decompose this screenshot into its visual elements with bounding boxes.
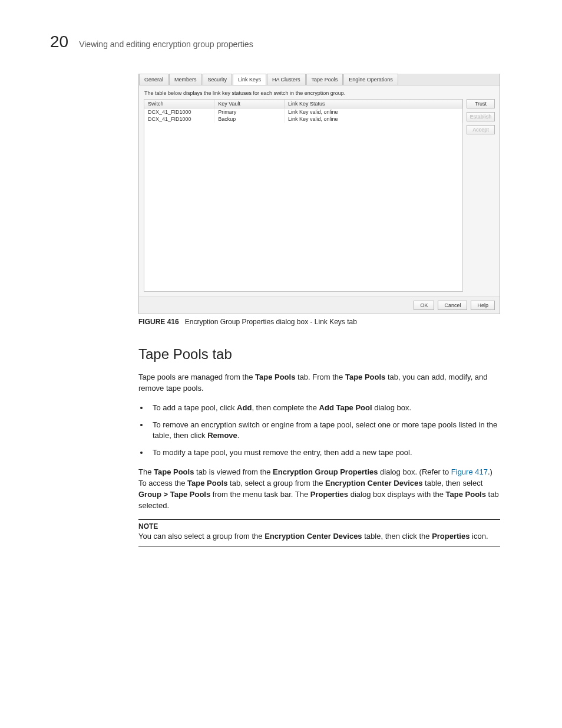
tab-ha-clusters[interactable]: HA Clusters <box>267 74 306 85</box>
help-button[interactable]: Help <box>471 301 495 310</box>
access-paragraph: The Tape Pools tab is viewed from the En… <box>138 467 500 511</box>
page-number: 20 <box>50 32 68 51</box>
cell-switch: DCX_41_FID1000 <box>144 108 214 116</box>
tab-tape-pools[interactable]: Tape Pools <box>306 74 343 85</box>
encryption-group-properties-dialog: General Members Security Link Keys HA Cl… <box>138 74 500 314</box>
ok-button[interactable]: OK <box>414 301 434 310</box>
accept-button[interactable]: Accept <box>467 125 495 134</box>
note-text: You can also select a group from the Enc… <box>138 531 500 542</box>
figure-caption: FIGURE 416 Encryption Group Properties d… <box>138 318 500 326</box>
bullet-list: To add a tape pool, click Add, then comp… <box>138 403 500 459</box>
running-title: Viewing and editing encryption group pro… <box>79 39 253 49</box>
tab-link-keys[interactable]: Link Keys <box>233 74 266 85</box>
tab-general[interactable]: General <box>139 74 168 85</box>
cell-link-key-status: Link Key valid, online <box>284 116 462 123</box>
column-header-key-vault[interactable]: Key Vault <box>214 100 285 108</box>
list-item: To remove an encryption switch or engine… <box>149 420 500 442</box>
cell-switch: DCX_41_FID1000 <box>144 116 214 123</box>
list-item: To add a tape pool, click Add, then comp… <box>149 403 500 414</box>
figure-417-link[interactable]: Figure 417 <box>451 467 488 476</box>
tab-members[interactable]: Members <box>169 74 202 85</box>
tab-security[interactable]: Security <box>203 74 233 85</box>
note-label: NOTE <box>138 522 500 531</box>
cancel-button[interactable]: Cancel <box>438 301 467 310</box>
figure-label: FIGURE 416 <box>138 318 179 326</box>
figure-caption-text: Encryption Group Properties dialog box -… <box>185 318 357 326</box>
trust-button[interactable]: Trust <box>467 99 495 108</box>
table-row[interactable]: DCX_41_FID1000 Backup Link Key valid, on… <box>144 116 462 123</box>
section-heading: Tape Pools tab <box>138 346 500 363</box>
establish-button[interactable]: Establish <box>467 112 495 121</box>
tab-engine-operations[interactable]: Engine Operations <box>343 74 398 85</box>
cell-key-vault: Backup <box>214 116 285 123</box>
list-item: To modify a tape pool, you must remove t… <box>149 447 500 459</box>
column-header-switch[interactable]: Switch <box>144 100 214 108</box>
dialog-tabs: General Members Security Link Keys HA Cl… <box>139 74 500 85</box>
link-keys-table[interactable]: Switch Key Vault Link Key Status DCX_41_… <box>144 99 463 292</box>
cell-key-vault: Primary <box>214 108 285 116</box>
page-header: 20 Viewing and editing encryption group … <box>50 32 518 51</box>
table-row[interactable]: DCX_41_FID1000 Primary Link Key valid, o… <box>144 108 462 116</box>
intro-paragraph: Tape pools are managed from the Tape Poo… <box>138 372 500 394</box>
table-description: The table below displays the link key st… <box>144 90 495 96</box>
column-header-link-key-status[interactable]: Link Key Status <box>284 100 462 108</box>
note-block: NOTE You can also select a group from th… <box>138 519 500 546</box>
cell-link-key-status: Link Key valid, online <box>284 108 462 116</box>
